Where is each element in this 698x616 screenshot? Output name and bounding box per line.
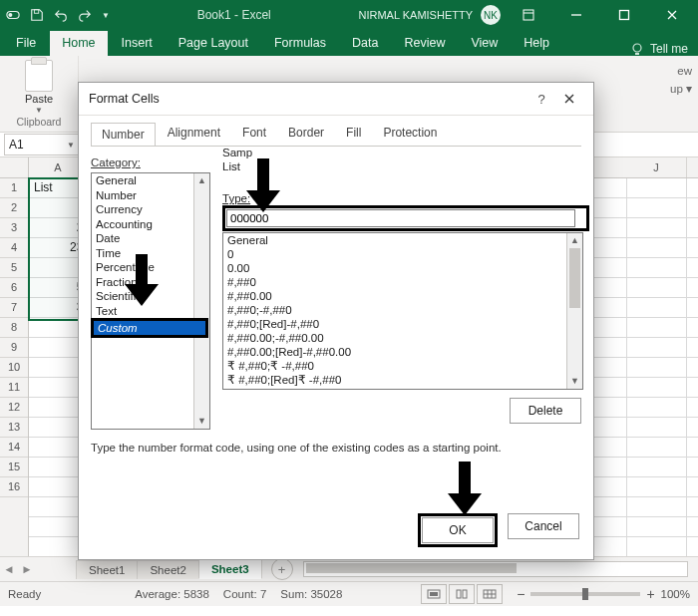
category-item[interactable]: General (92, 173, 209, 188)
category-item[interactable]: Scientific (92, 289, 209, 304)
format-item[interactable]: General (223, 233, 582, 247)
format-item[interactable]: #,##0;-#,##0 (223, 303, 582, 317)
type-input[interactable] (226, 209, 575, 227)
close-icon[interactable] (652, 0, 692, 30)
page-layout-view-icon[interactable] (449, 584, 475, 604)
dialog-tab-fill[interactable]: Fill (336, 122, 371, 146)
row-11[interactable]: 11 (0, 377, 28, 398)
tab-help[interactable]: Help (512, 31, 561, 56)
dialog-tab-protection[interactable]: Protection (373, 122, 447, 146)
tab-review[interactable]: Review (392, 31, 457, 56)
redo-icon[interactable] (78, 8, 92, 22)
category-item-custom[interactable]: Custom (94, 321, 205, 335)
sheet-tab-1[interactable]: Sheet1 (76, 560, 138, 579)
category-item[interactable]: Percentage (92, 260, 209, 275)
format-item[interactable]: ₹ #,##0;₹ -#,##0 (223, 359, 582, 373)
format-item[interactable]: ₹ #,##0;[Red]₹ -#,##0 (223, 373, 582, 387)
tab-home[interactable]: Home (50, 31, 107, 56)
row-5[interactable]: 5 (0, 257, 28, 278)
tab-page-layout[interactable]: Page Layout (167, 31, 260, 56)
category-item[interactable]: Currency (92, 202, 209, 217)
normal-view-icon[interactable] (421, 584, 447, 604)
format-item[interactable]: #,##0;[Red]-#,##0 (223, 317, 582, 331)
scroll-down-icon[interactable]: ▼ (567, 374, 582, 389)
ok-button[interactable]: OK (422, 517, 494, 543)
format-scrollbar[interactable]: ▲ ▼ (566, 233, 582, 389)
dialog-tab-number[interactable]: Number (91, 123, 156, 147)
sheet-tab-3[interactable]: Sheet3 (198, 559, 262, 579)
name-box[interactable]: A1 ▼ (4, 134, 80, 155)
ribbon-display-options-icon[interactable] (509, 0, 548, 30)
dialog-close-icon[interactable] (555, 87, 583, 111)
category-scrollbar[interactable]: ▲ ▼ (193, 173, 209, 429)
maximize-icon[interactable] (604, 0, 644, 30)
sheet-tab-2[interactable]: Sheet2 (137, 560, 198, 579)
row-13[interactable]: 13 (0, 417, 28, 438)
col-J[interactable]: J (626, 157, 687, 177)
page-break-view-icon[interactable] (477, 584, 503, 604)
minimize-icon[interactable] (556, 0, 596, 30)
category-item[interactable]: Text (92, 304, 209, 319)
undo-icon[interactable] (54, 8, 68, 22)
format-item[interactable]: 0.00 (223, 261, 582, 275)
scroll-thumb[interactable] (569, 248, 580, 308)
tell-me[interactable]: Tell me (630, 42, 698, 56)
tab-insert[interactable]: Insert (110, 31, 165, 56)
row-10[interactable]: 10 (0, 357, 28, 378)
category-item[interactable]: Fraction (92, 275, 209, 290)
horizontal-scrollbar[interactable] (303, 561, 688, 577)
qat-more-icon[interactable]: ▼ (102, 11, 110, 20)
paste-button[interactable]: Paste ▼ (8, 60, 70, 115)
tab-view[interactable]: View (459, 31, 510, 56)
sheet-nav-prev-icon[interactable]: ◄ (0, 563, 18, 575)
autosave-icon[interactable] (6, 8, 20, 22)
annotation-box-type (222, 205, 589, 231)
save-icon[interactable] (30, 8, 44, 22)
format-item[interactable]: ₹ #,##0.00;₹ -#,##0.00 (223, 387, 582, 390)
row-8[interactable]: 8 (0, 317, 28, 338)
dialog-help-icon[interactable]: ? (527, 87, 555, 111)
row-15[interactable]: 15 (0, 457, 28, 477)
category-item[interactable]: Number (92, 188, 209, 203)
scroll-up-icon[interactable]: ▲ (194, 173, 209, 188)
row-2[interactable]: 2 (0, 197, 28, 218)
zoom-out-button[interactable]: − (517, 586, 524, 602)
dialog-tab-alignment[interactable]: Alignment (158, 122, 230, 146)
format-item[interactable]: #,##0.00;-#,##0.00 (223, 331, 582, 345)
zoom-in-button[interactable]: + (646, 586, 654, 602)
format-item[interactable]: #,##0 (223, 275, 582, 289)
zoom-slider[interactable] (530, 592, 640, 596)
format-item[interactable]: 0 (223, 247, 582, 261)
dialog-titlebar[interactable]: Format Cells ? (79, 83, 593, 116)
row-6[interactable]: 6 (0, 277, 28, 298)
select-all-corner[interactable] (0, 157, 29, 178)
format-listbox[interactable]: General 0 0.00 #,##0 #,##0.00 #,##0;-#,#… (222, 232, 583, 390)
category-item[interactable]: Accounting (92, 217, 209, 232)
cancel-button[interactable]: Cancel (508, 513, 579, 539)
add-sheet-button[interactable]: + (271, 558, 293, 580)
dialog-tab-border[interactable]: Border (278, 122, 334, 146)
user-avatar[interactable]: NK (481, 5, 501, 25)
format-item[interactable]: #,##0.00;[Red]-#,##0.00 (223, 345, 582, 359)
row-3[interactable]: 3 (0, 217, 28, 238)
row-14[interactable]: 14 (0, 437, 28, 458)
format-item[interactable]: #,##0.00 (223, 289, 582, 303)
category-item[interactable]: Time (92, 246, 209, 261)
delete-button[interactable]: Delete (510, 398, 581, 424)
tab-file[interactable]: File (4, 31, 48, 56)
scroll-down-icon[interactable]: ▼ (194, 414, 209, 429)
row-4[interactable]: 4 (0, 237, 28, 258)
row-7[interactable]: 7 (0, 297, 28, 318)
tab-formulas[interactable]: Formulas (262, 31, 338, 56)
row-9[interactable]: 9 (0, 337, 28, 358)
hint-text: Type the number format code, using one o… (91, 442, 581, 454)
tab-data[interactable]: Data (340, 31, 390, 56)
category-item[interactable]: Date (92, 231, 209, 246)
row-1[interactable]: 1 (0, 177, 28, 198)
dialog-tab-font[interactable]: Font (232, 122, 276, 146)
row-12[interactable]: 12 (0, 397, 28, 418)
row-16[interactable]: 16 (0, 476, 28, 497)
sheet-nav-next-icon[interactable]: ► (18, 563, 36, 575)
category-listbox[interactable]: General Number Currency Accounting Date … (91, 172, 210, 430)
scroll-up-icon[interactable]: ▲ (567, 233, 582, 248)
